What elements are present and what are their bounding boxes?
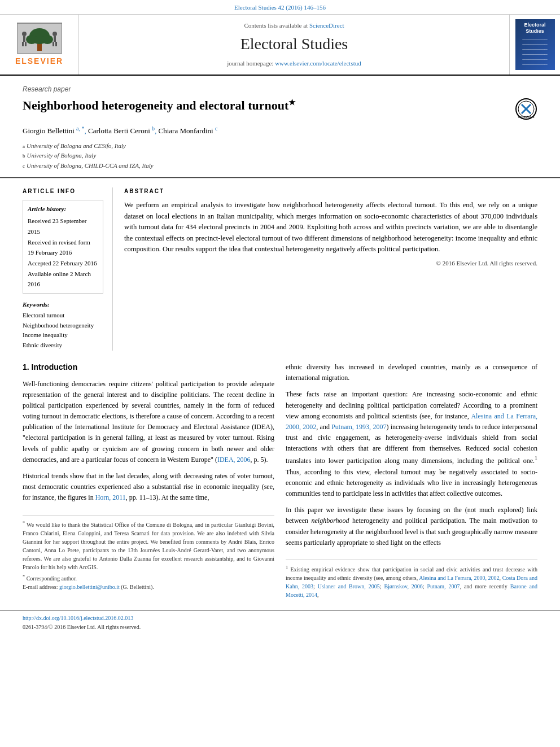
svg-point-4 xyxy=(42,35,53,44)
uslaner-link[interactable]: Uslaner and Brown, 2005 xyxy=(318,583,380,589)
corresponding-footnote: * Corresponding author. xyxy=(23,574,274,583)
affil-2: b University of Bologna, Italy xyxy=(23,151,537,161)
affil-3: c University of Bologna, CHILD-CCA and I… xyxy=(23,161,537,171)
history-item-3: 19 February 2016 xyxy=(28,247,98,258)
bjornskov-link[interactable]: Bjørnskov, 2006 xyxy=(384,583,422,589)
issn-text: 0261-3794/© 2016 Elsevier Ltd. All right… xyxy=(23,623,537,631)
right-paragraph-2: These facts raise an important question:… xyxy=(286,389,537,499)
doi-link[interactable]: http://dx.doi.org/10.1016/j.electstud.20… xyxy=(23,614,537,622)
journal-homepage: journal homepage: www.elsevier.com/locat… xyxy=(227,59,361,68)
copyright-line: © 2016 Elsevier Ltd. All rights reserved… xyxy=(124,259,537,268)
page-footer: http://dx.doi.org/10.1016/j.electstud.20… xyxy=(0,610,560,635)
article-header: Research paper Neighborhood heterogeneit… xyxy=(0,76,560,178)
author-1-sup: a, * xyxy=(76,125,84,132)
left-footnotes: * We would like to thank the Statistical… xyxy=(23,515,274,592)
affil-3-text: University of Bologna, CHILD-CCA and IZA… xyxy=(27,161,154,171)
svg-point-9 xyxy=(53,32,57,36)
svg-rect-12 xyxy=(55,42,57,46)
svg-rect-11 xyxy=(53,42,54,46)
alesina-fn-link[interactable]: Alesina and La Ferrara, 2000, 2002 xyxy=(419,575,499,581)
section-number: 1. xyxy=(23,362,29,372)
article-type-label: Research paper xyxy=(23,85,537,94)
keyword-2: Neighborhood heterogeneity xyxy=(23,321,103,330)
thumb-title: ElectoralStudies xyxy=(524,22,545,34)
thumb-lines: ────────────────────────────────────────… xyxy=(522,37,548,73)
alesina-link[interactable]: Alesina and La Ferrara, 2000, 2002 xyxy=(286,412,537,431)
history-item-4: Accepted 22 February 2016 xyxy=(28,258,98,269)
main-content: 1. Introduction Well-functioning democra… xyxy=(0,351,560,610)
publisher-logo-area: ELSEVIER xyxy=(0,15,79,75)
left-column: 1. Introduction Well-functioning democra… xyxy=(23,362,274,599)
info-abstract-section: ARTICLE INFO Article history: Received 2… xyxy=(0,178,560,350)
affil-1-sup: a xyxy=(23,142,25,150)
section-name: Introduction xyxy=(32,362,78,372)
history-item-2: Received in revised form xyxy=(28,237,98,248)
svg-point-3 xyxy=(26,35,37,44)
history-item-5: Available online 2 March 2016 xyxy=(28,269,98,290)
affil-1-text: University of Bologna and CESifo, Italy xyxy=(27,141,126,151)
contents-line: Contents lists available at ScienceDirec… xyxy=(244,21,344,30)
title-row: Neighborhood heterogeneity and electoral… xyxy=(23,98,537,120)
journal-thumbnail: ElectoralStudies ───────────────────────… xyxy=(515,19,555,70)
article-history-box: Article history: Received 23 September 2… xyxy=(23,200,103,294)
article-title: Neighborhood heterogeneity and electoral… xyxy=(23,98,504,113)
keyword-1: Electoral turnout xyxy=(23,311,103,320)
idea-link[interactable]: IDEA, 2006 xyxy=(217,456,251,464)
abstract-column: ABSTRACT We perform an empirical analysi… xyxy=(113,187,560,350)
svg-point-5 xyxy=(22,32,27,36)
section-title: 1. Introduction xyxy=(23,362,274,373)
author-3: Chiara Monfardini xyxy=(159,127,213,136)
intro-paragraph-2: Historical trends show that in the last … xyxy=(23,471,274,504)
email-footnote: E-mail address: giorgio.bellettini@unibo… xyxy=(23,583,274,591)
keyword-3: Income inequality xyxy=(23,331,103,339)
journal-header: ELSEVIER Contents lists available at Sci… xyxy=(0,15,560,76)
svg-rect-7 xyxy=(22,42,24,46)
right-footnotes: 1 Existing empirical evidence show that … xyxy=(286,560,537,599)
author-2-sup: b xyxy=(152,125,155,132)
author-1: Giorgio Bellettini xyxy=(23,127,75,136)
footnote-1: 1 Existing empirical evidence show that … xyxy=(286,565,537,599)
right-column: ethnic diversity has increased in develo… xyxy=(286,362,537,599)
intro-paragraph-1: Well-functioning democracies require cit… xyxy=(23,379,274,466)
affil-1: a University of Bologna and CESifo, Ital… xyxy=(23,141,537,151)
email-label: E-mail address: xyxy=(23,584,58,590)
journal-citation: Electoral Studies 42 (2016) 146–156 xyxy=(0,0,560,15)
history-item-1: Received 23 September 2015 xyxy=(28,216,98,237)
svg-rect-8 xyxy=(25,42,27,46)
author-3-sup: c xyxy=(215,125,217,132)
elsevier-logo: ELSEVIER xyxy=(15,23,63,67)
journal-name: Electoral Studies xyxy=(240,33,348,55)
article-title-text: Neighborhood heterogeneity and electoral… xyxy=(23,99,288,113)
star-footnote: * We would like to thank the Statistical… xyxy=(23,520,274,571)
horn-link[interactable]: Horn, 2011 xyxy=(95,493,126,501)
crossmark-badge: CrossMark xyxy=(515,98,537,120)
title-star: ★ xyxy=(288,98,296,107)
affil-3-sup: c xyxy=(23,162,25,170)
right-paragraph-1: ethnic diversity has increased in develo… xyxy=(286,362,537,383)
contents-text: Contents lists available at xyxy=(244,22,309,29)
homepage-label: journal homepage: xyxy=(227,60,275,67)
history-title: Article history: xyxy=(28,204,98,215)
svg-rect-6 xyxy=(23,36,25,42)
article-info-column: ARTICLE INFO Article history: Received 2… xyxy=(0,187,113,350)
keywords-section: Keywords: Electoral turnout Neighborhood… xyxy=(23,300,103,350)
svg-rect-10 xyxy=(54,36,56,42)
elsevier-tree-image xyxy=(17,23,62,54)
elsevier-wordmark: ELSEVIER xyxy=(15,56,63,67)
putnam-link[interactable]: Putnam, 1993, 2007 xyxy=(331,423,386,431)
author-2: Carlotta Berti Ceroni xyxy=(88,127,150,136)
affil-2-text: University of Bologna, Italy xyxy=(27,151,97,161)
email-name: (G. Bellettini). xyxy=(121,584,154,590)
authors-line: Giorgio Bellettini a, *, Carlotta Berti … xyxy=(23,125,537,137)
homepage-link[interactable]: www.elsevier.com/locate/electstud xyxy=(275,60,361,67)
sciencedirect-link[interactable]: ScienceDirect xyxy=(309,22,344,29)
journal-thumbnail-area: ElectoralStudies ───────────────────────… xyxy=(509,15,560,75)
putnam-fn-link[interactable]: Putnam, 2007 xyxy=(427,583,460,589)
right-paragraph-3: In this paper we investigate these issue… xyxy=(286,505,537,548)
keyword-4: Ethnic diversity xyxy=(23,341,103,350)
keywords-title: Keywords: xyxy=(23,300,103,309)
email-link[interactable]: giorgio.bellettini@unibo.it xyxy=(59,584,120,590)
affiliations: a University of Bologna and CESifo, Ital… xyxy=(23,141,537,171)
affil-2-sup: b xyxy=(23,152,25,160)
journal-title-area: Contents lists available at ScienceDirec… xyxy=(79,15,509,75)
